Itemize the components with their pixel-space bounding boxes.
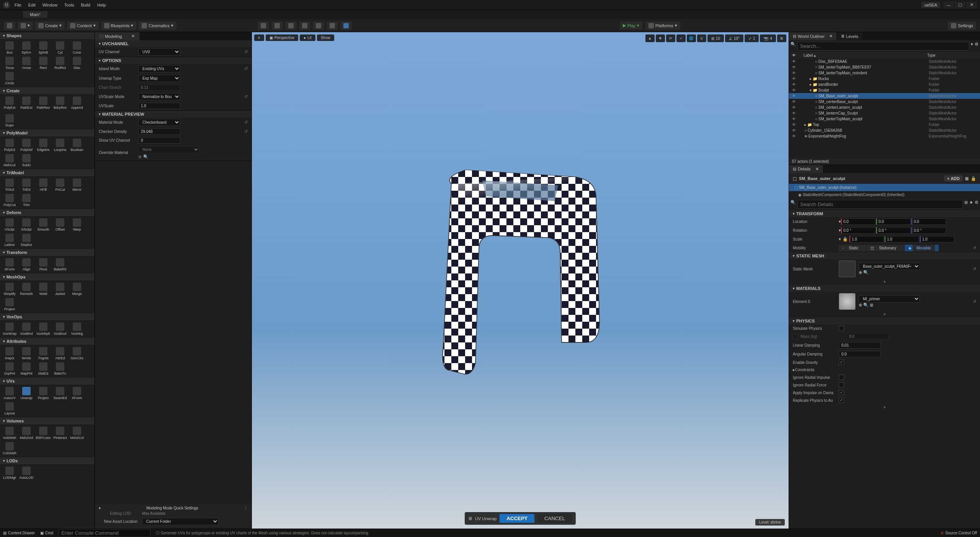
outliner-row[interactable]: 👁○ SM_lanterTopMain_BB87EE97StaticMeshAc… (789, 64, 980, 70)
material-mode-select[interactable]: Checkerboard (138, 119, 180, 126)
tool-autolod[interactable]: AutoLOD (18, 466, 34, 480)
mobility-static[interactable]: ◦ Static (839, 245, 866, 251)
tool-attred[interactable]: AttrEd (52, 346, 68, 361)
outliner-row[interactable]: 👁○ SM_lanterTopMain_noindentStaticMeshAc… (789, 70, 980, 76)
expand-icon[interactable]: ▾ (789, 278, 980, 285)
rotation-x[interactable] (841, 227, 875, 234)
tool-disc[interactable]: Disc (69, 56, 85, 70)
transform-section[interactable]: TRANSFORM (789, 210, 980, 217)
tool-loopins[interactable]: LoopIns (52, 138, 68, 152)
tool-project[interactable]: Project (2, 297, 18, 312)
category-volumes[interactable]: Volumes (0, 417, 95, 424)
menu-file[interactable]: File (15, 3, 21, 7)
tool-hfill[interactable]: HFill (35, 178, 51, 192)
tool-xform[interactable]: XForm (2, 257, 18, 272)
tool-dupe[interactable]: Dupe (2, 113, 18, 128)
close-icon[interactable]: ✕ (815, 167, 819, 172)
uv-channel-select[interactable]: UV0 (138, 48, 180, 56)
tool-unwrap[interactable]: Unwrap (18, 386, 34, 401)
tool-bdryrev[interactable]: BdryRev (52, 96, 68, 110)
materials-section[interactable]: MATERIALS (789, 285, 980, 292)
reset-icon[interactable]: ↺ (244, 129, 248, 134)
location-x[interactable] (841, 218, 875, 225)
ignore-radial-force-checkbox[interactable] (839, 382, 844, 388)
reset-icon[interactable]: ↺ (244, 94, 248, 99)
dropdown-icon[interactable]: ▾ (839, 237, 841, 242)
tool-e[interactable] (313, 21, 324, 30)
tool-mirror[interactable]: Mirror (69, 178, 85, 192)
visibility-toggle[interactable]: 👁 (791, 100, 797, 104)
component-child[interactable]: ◉ StaticMeshComponent (StaticMeshCompone… (789, 191, 980, 198)
mobility-movable[interactable]: ◆ Movable (905, 245, 939, 251)
outliner-row[interactable]: 👁▾ 📁 SculptFolder (789, 87, 980, 93)
tool-polyext[interactable]: PolyExt (2, 96, 18, 110)
staticmesh-section[interactable]: STATIC MESH (789, 252, 980, 259)
visibility-toggle[interactable]: 👁 (791, 65, 797, 69)
tool-dsclpt[interactable]: DSclpt (18, 218, 34, 232)
linear-damping-input[interactable] (839, 342, 881, 349)
tool-edgelns[interactable]: Edgelns (35, 138, 51, 152)
details-tab[interactable]: ⊟Details✕ (789, 165, 823, 173)
tool-smooth[interactable]: Smooth (35, 218, 51, 232)
mass-override-checkbox[interactable] (793, 334, 798, 339)
tool-pintersct[interactable]: PIntersct (52, 426, 68, 440)
outliner-row[interactable]: 👁○ SM_centerLantern_sculptStaticMeshActo… (789, 105, 980, 110)
staticmesh-select[interactable]: Base_outer_sculpt_F69A0F42 (859, 263, 920, 270)
tool-jacket[interactable]: Jacket (52, 282, 68, 296)
tool-g[interactable] (340, 21, 352, 30)
component-instance[interactable]: ⬚ SM_Base_outer_sculpt (Instance) (789, 184, 980, 191)
camera-speed[interactable]: 📷 4 (760, 34, 776, 42)
category-lods[interactable]: LODs (0, 457, 95, 464)
reset-icon[interactable]: ↺ (973, 299, 976, 304)
tool-arrow[interactable]: Arrow (18, 56, 34, 70)
platforms-button[interactable]: Platforms▾ (645, 21, 680, 30)
tool-cyl[interactable]: Cyl (52, 41, 68, 55)
tool-tried[interactable]: TriEd (18, 178, 34, 192)
override-material-select[interactable]: None (138, 146, 199, 153)
reset-icon[interactable]: ↺ (244, 49, 248, 54)
menu-icon[interactable]: ⋮ (244, 506, 248, 510)
outliner-row[interactable]: 👁○ SM_centerBase_sculptStaticMeshActor (789, 99, 980, 105)
tool-polydef[interactable]: PolyDef (18, 138, 34, 152)
tool-warp[interactable]: Warp (69, 218, 85, 232)
menu-window[interactable]: Window (42, 3, 57, 7)
menu-edit[interactable]: Edit (28, 3, 36, 7)
mobility-stationary[interactable]: ◫ Stationary (867, 245, 904, 251)
outliner-search[interactable] (797, 42, 969, 51)
tool-f[interactable] (327, 21, 338, 30)
tool-tngnts[interactable]: Tngnts (35, 346, 51, 361)
eye-icon[interactable]: ★ (969, 200, 973, 209)
show-uv-input[interactable] (138, 137, 180, 144)
tool-nrmls[interactable]: Nrmls (18, 346, 34, 361)
simulate-physics-checkbox[interactable] (839, 326, 844, 331)
location-z[interactable] (911, 218, 946, 225)
use-icon[interactable]: ⊕ (859, 303, 862, 307)
visibility-toggle[interactable]: 👁 (791, 111, 797, 115)
play-button[interactable]: ▶Play▾ (620, 21, 642, 29)
close-icon[interactable]: ✕ (131, 34, 135, 39)
checker-density-input[interactable] (138, 128, 180, 135)
scale-y[interactable] (885, 236, 919, 242)
apply-impulse-checkbox[interactable] (839, 390, 844, 395)
category-trimodel[interactable]: TriModel (0, 169, 95, 176)
cancel-button[interactable]: CANCEL (537, 514, 572, 523)
menu-build[interactable]: Build (81, 3, 90, 7)
category-meshops[interactable]: MeshOps (0, 273, 95, 280)
uvscale-mode-select[interactable]: Normalize to Bounds (138, 93, 180, 100)
tool-voxwrap[interactable]: VoxWrap (2, 322, 18, 336)
unwrap-type-select[interactable]: Exp Map (138, 75, 180, 82)
tool-vsclpt[interactable]: VSclpt (2, 218, 18, 232)
window-close[interactable]: ✕ (966, 2, 977, 8)
category-uvs[interactable]: UVs (0, 378, 95, 385)
tool-voxblnd[interactable]: VoxBlnd (18, 322, 34, 336)
tool-offset[interactable]: Offset (52, 218, 68, 232)
tool-xform[interactable]: XForm (69, 386, 85, 401)
translate-mode[interactable]: ✥ (656, 34, 665, 42)
category-create[interactable]: Create (0, 87, 95, 94)
add-component-button[interactable]: + ADD (944, 175, 963, 182)
scale-x[interactable] (849, 236, 884, 242)
asset-location-select[interactable]: Current Folder (142, 518, 219, 525)
viewport[interactable]: ≡ ▣Perspective ●Lit Show ▲ ✥ ⟳ ⤢ 🌐 ⊙ ⊞ 1… (252, 32, 789, 529)
uvscale-input[interactable] (138, 103, 180, 109)
tool-voxbool[interactable]: VoxBool (52, 322, 68, 336)
